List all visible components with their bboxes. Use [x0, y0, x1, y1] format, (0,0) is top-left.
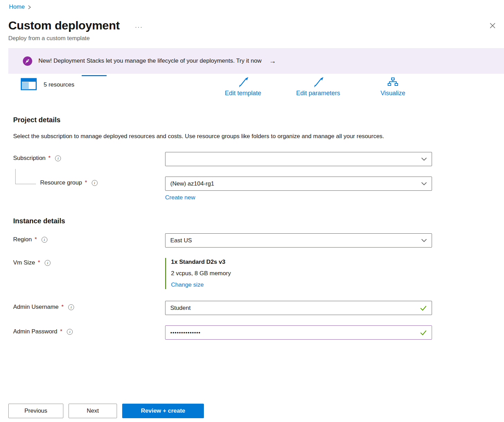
rocket-icon — [23, 56, 32, 66]
vm-size-specs: 2 vcpus, 8 GB memory — [171, 270, 432, 277]
chevron-down-icon — [421, 239, 427, 242]
close-icon[interactable] — [487, 20, 498, 31]
clipped-link-fragment — [82, 75, 107, 76]
subscription-select[interactable] — [165, 152, 432, 166]
nesting-connector — [15, 169, 36, 184]
banner-arrow-icon: → — [269, 57, 276, 65]
admin-password-masked-value: •••••••••••••• — [170, 330, 201, 335]
chevron-down-icon — [421, 182, 427, 186]
admin-username-value: Student — [170, 305, 191, 312]
resource-group-label: Resource group — [40, 179, 82, 186]
vm-size-label-group: Vm Size * i — [13, 258, 165, 266]
required-marker: * — [38, 259, 40, 266]
chevron-down-icon — [421, 158, 427, 161]
page-subtitle: Deploy from a custom template — [8, 35, 504, 42]
admin-username-row: Admin Username * i Student — [13, 301, 432, 315]
edit-template-button[interactable]: Edit template — [210, 77, 276, 97]
admin-password-label-group: Admin Password * i — [13, 325, 165, 335]
vm-size-row: Vm Size * i 1x Standard D2s v3 2 vcpus, … — [13, 258, 432, 289]
review-create-button[interactable]: Review + create — [122, 404, 204, 418]
required-marker: * — [48, 155, 51, 162]
breadcrumb: Home — [0, 0, 504, 10]
vm-size-label: Vm Size — [13, 259, 35, 266]
info-icon[interactable]: i — [68, 304, 74, 310]
deployment-stacks-banner[interactable]: New! Deployment Stacks let you manage th… — [8, 48, 504, 74]
required-marker: * — [85, 179, 87, 186]
custom-deployment-page: Home Custom deployment ··· Deploy from a… — [0, 0, 504, 422]
edit-template-label: Edit template — [225, 90, 261, 97]
region-label: Region — [13, 236, 32, 243]
wizard-footer: Previous Next Review + create — [8, 404, 204, 418]
info-icon[interactable]: i — [45, 260, 51, 266]
valid-check-icon — [420, 330, 427, 335]
change-size-link[interactable]: Change size — [171, 281, 204, 288]
required-marker: * — [61, 304, 64, 311]
visualize-button[interactable]: Visualize — [360, 77, 426, 97]
info-icon[interactable]: i — [67, 329, 73, 335]
resource-group-value: (New) az104-rg1 — [170, 180, 214, 187]
admin-username-input[interactable]: Student — [165, 301, 432, 315]
title-row: Custom deployment ··· — [8, 19, 498, 32]
vm-size-summary: 1x Standard D2s v3 2 vcpus, 8 GB memory … — [165, 258, 432, 289]
more-options-ellipsis[interactable]: ··· — [135, 24, 143, 31]
required-marker: * — [35, 236, 37, 243]
subscription-label: Subscription — [13, 155, 46, 162]
edit-parameters-label: Edit parameters — [296, 90, 340, 97]
banner-text: New! Deployment Stacks let you manage th… — [38, 57, 261, 64]
info-icon[interactable]: i — [42, 237, 47, 243]
breadcrumb-home-link[interactable]: Home — [9, 3, 25, 10]
subscription-row: Subscription * i — [13, 152, 432, 166]
project-details-description: Select the subscription to manage deploy… — [13, 131, 411, 142]
previous-button[interactable]: Previous — [8, 404, 63, 418]
project-details-heading: Project details — [13, 116, 504, 124]
admin-password-row: Admin Password * i •••••••••••••• — [13, 325, 432, 340]
visualize-label: Visualize — [380, 90, 405, 97]
valid-check-icon — [420, 305, 427, 311]
region-select[interactable]: East US — [165, 233, 432, 248]
info-icon[interactable]: i — [55, 155, 61, 161]
region-row: Region * i East US — [13, 233, 432, 248]
sitemap-icon — [387, 77, 399, 88]
admin-password-input[interactable]: •••••••••••••• — [165, 325, 432, 340]
create-new-link[interactable]: Create new — [165, 194, 195, 201]
edit-parameters-button[interactable]: Edit parameters — [285, 77, 351, 97]
pencil-icon — [237, 77, 249, 88]
admin-password-label: Admin Password — [13, 328, 57, 335]
vm-size-title: 1x Standard D2s v3 — [171, 259, 432, 266]
template-resources-icon — [21, 77, 37, 92]
breadcrumb-chevron-icon — [27, 5, 32, 10]
region-value: East US — [170, 237, 192, 244]
subscription-label-group: Subscription * i — [13, 152, 165, 162]
template-bar: 5 resources Edit template Edit parameter… — [0, 75, 504, 107]
admin-username-label: Admin Username — [13, 304, 58, 311]
pencil-icon — [312, 77, 324, 88]
resources-count: 5 resources — [44, 81, 74, 88]
resource-group-select[interactable]: (New) az104-rg1 — [165, 177, 432, 191]
resource-group-row: Resource group * i (New) az104-rg1 — [13, 177, 432, 191]
admin-username-label-group: Admin Username * i — [13, 301, 165, 311]
required-marker: * — [60, 328, 63, 335]
info-icon[interactable]: i — [92, 180, 98, 186]
region-label-group: Region * i — [13, 233, 165, 243]
next-button[interactable]: Next — [69, 404, 117, 418]
page-title: Custom deployment — [8, 19, 120, 32]
instance-details-heading: Instance details — [13, 217, 504, 225]
